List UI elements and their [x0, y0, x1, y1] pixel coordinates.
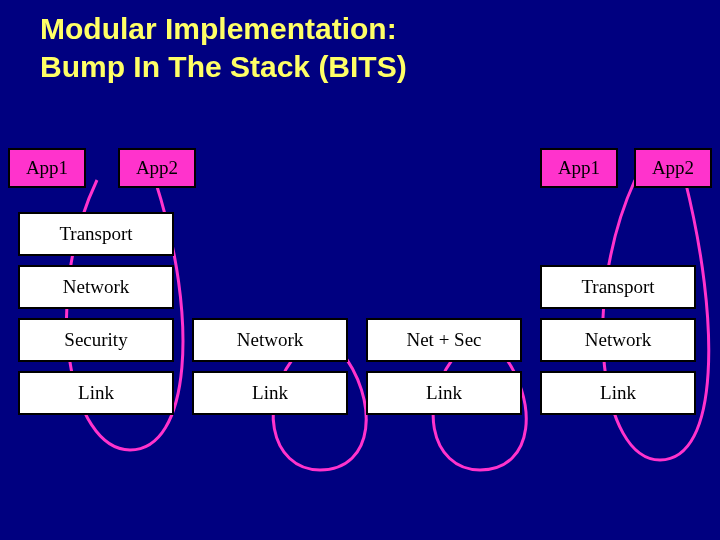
slide-title: Modular Implementation: Bump In The Stac… — [40, 10, 407, 85]
right-transport: Transport — [540, 265, 696, 309]
title-line-1: Modular Implementation: — [40, 12, 397, 45]
title-line-2: Bump In The Stack (BITS) — [40, 50, 407, 83]
mid2-netsec: Net + Sec — [366, 318, 522, 362]
left-link: Link — [18, 371, 174, 415]
left-app2: App2 — [118, 148, 196, 188]
right-app2: App2 — [634, 148, 712, 188]
right-link: Link — [540, 371, 696, 415]
right-app1: App1 — [540, 148, 618, 188]
mid2-link: Link — [366, 371, 522, 415]
mid1-network: Network — [192, 318, 348, 362]
right-network: Network — [540, 318, 696, 362]
left-network: Network — [18, 265, 174, 309]
mid1-link: Link — [192, 371, 348, 415]
left-app1: App1 — [8, 148, 86, 188]
left-security: Security — [18, 318, 174, 362]
left-transport: Transport — [18, 212, 174, 256]
